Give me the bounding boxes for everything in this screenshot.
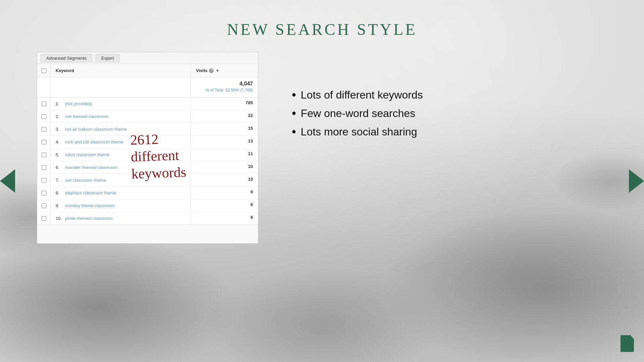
keyword-link[interactable]: elephant classroom theme	[65, 190, 116, 195]
row-checkbox-cell	[37, 136, 51, 148]
row-visits: 15	[191, 123, 258, 135]
keyword-link[interactable]: owl classroom theme	[65, 178, 106, 183]
table-row: 1. (not provided) 785	[37, 98, 258, 110]
row-checkbox-cell	[37, 110, 51, 123]
row-checkbox[interactable]	[42, 203, 46, 208]
row-checkbox[interactable]	[42, 102, 46, 106]
summary-stats-cell: 4,047 % of Total: 52.50% (7,768)	[191, 77, 258, 97]
row-keyword-cell: 1. (not provided)	[51, 98, 191, 110]
row-visits: 10	[191, 174, 258, 186]
row-number: 1.	[56, 101, 62, 106]
row-checkbox-cell	[37, 148, 51, 161]
visits-label: Visits	[196, 68, 207, 73]
row-visits: 9	[191, 212, 258, 225]
summary-row: 4,047 % of Total: 52.50% (7,768)	[37, 77, 258, 98]
main-layout: Advanced Segments Export Keyword Visits …	[0, 49, 644, 244]
sort-icon[interactable]: ▼	[215, 68, 219, 73]
row-visits: 9	[191, 199, 258, 212]
keyword-link[interactable]: hot air balloon classroom theme	[65, 127, 127, 132]
keyword-link[interactable]: owl themed classroom	[65, 114, 108, 119]
bullet-section: Lots of different keywordsFew one-word s…	[272, 49, 624, 144]
row-keyword-cell: 2. owl themed classroom	[51, 110, 191, 123]
bullet-list: Lots of different keywordsFew one-word s…	[292, 89, 624, 138]
row-checkbox-cell	[37, 187, 51, 199]
visits-info-icon[interactable]: ?	[209, 68, 214, 73]
row-keyword-cell: 10. pirate themed classroom	[51, 212, 191, 225]
row-number: 6.	[56, 165, 62, 170]
table-row: 5. robot classroom theme 11	[37, 148, 258, 161]
row-number: 8.	[56, 190, 62, 195]
keyword-link[interactable]: pirate themed classroom	[65, 216, 113, 221]
keyword-column-header: Keyword	[51, 64, 191, 77]
row-visits: 11	[191, 148, 258, 161]
document-icon-corner	[631, 335, 634, 339]
table-row: 6. monster themed classroom 10	[37, 161, 258, 174]
pct-total: (7,768)	[240, 88, 253, 93]
row-visits: 10	[191, 161, 258, 174]
row-checkbox[interactable]	[42, 178, 46, 183]
row-keyword-cell: 7. owl classroom theme	[51, 174, 191, 186]
row-checkbox[interactable]	[42, 140, 46, 144]
row-keyword-cell: 3. hot air balloon classroom theme	[51, 123, 191, 135]
row-number: 10.	[56, 216, 62, 221]
row-number: 7.	[56, 178, 62, 183]
row-number: 5.	[56, 152, 62, 157]
table-row: 3. hot air balloon classroom theme 15	[37, 123, 258, 136]
page-content: NEW SEARCH STYLE Advanced Segments Expor…	[0, 0, 644, 362]
row-checkbox[interactable]	[42, 127, 46, 132]
header-checkbox-cell	[37, 64, 51, 77]
row-checkbox[interactable]	[42, 165, 46, 170]
row-visits: 13	[191, 136, 258, 148]
row-checkbox[interactable]	[42, 153, 46, 157]
bullet-item: Lots of different keywords	[292, 89, 624, 101]
row-checkbox[interactable]	[42, 216, 46, 221]
summary-total: 4,047	[196, 81, 253, 87]
export-button[interactable]: Export	[96, 54, 120, 62]
bullet-item: Few one-word searches	[292, 107, 624, 120]
table-row: 9. monkey theme classroom 9	[37, 199, 258, 212]
row-keyword-cell: 4. rock and roll classroom theme	[51, 136, 191, 148]
table-row: 7. owl classroom theme 10	[37, 174, 258, 187]
row-checkbox-cell	[37, 123, 51, 135]
row-keyword-cell: 5. robot classroom theme	[51, 148, 191, 161]
row-visits: 9	[191, 187, 258, 199]
summary-empty-cell	[51, 77, 191, 97]
row-visits: 785	[191, 98, 258, 110]
row-keyword-cell: 8. elephant classroom theme	[51, 187, 191, 199]
table-header: Keyword Visits ? ▼	[37, 64, 258, 77]
row-visits: 22	[191, 110, 258, 123]
keyword-link[interactable]: monster themed classroom	[65, 165, 118, 170]
row-number: 3.	[56, 127, 62, 132]
row-number: 2.	[56, 114, 62, 119]
row-checkbox[interactable]	[42, 114, 46, 119]
pct-label: % of Total: 52.50%	[206, 88, 239, 93]
advanced-segments-button[interactable]: Advanced Segments	[41, 54, 92, 62]
row-checkbox-cell	[37, 98, 51, 110]
page-title: NEW SEARCH STYLE	[0, 20, 644, 39]
row-keyword-cell: 6. monster themed classroom	[51, 161, 191, 174]
keyword-table: Advanced Segments Export Keyword Visits …	[37, 52, 258, 244]
summary-pct: % of Total: 52.50% (7,768)	[196, 88, 253, 93]
row-number: 9.	[56, 203, 62, 208]
row-checkbox[interactable]	[42, 191, 46, 195]
row-checkbox-cell	[37, 199, 51, 212]
row-number: 4.	[56, 139, 62, 144]
table-body: 1. (not provided) 785 2. owl themed clas…	[37, 98, 258, 225]
table-row: 2. owl themed classroom 22	[37, 110, 258, 123]
table-footer	[37, 225, 258, 243]
row-checkbox-cell	[37, 174, 51, 186]
table-row: 10. pirate themed classroom 9	[37, 212, 258, 225]
keyword-link[interactable]: rock and roll classroom theme	[65, 139, 123, 144]
row-keyword-cell: 9. monkey theme classroom	[51, 199, 191, 212]
keyword-link[interactable]: (not provided)	[65, 101, 92, 106]
keyword-link[interactable]: robot classroom theme	[65, 152, 109, 157]
visits-column-header: Visits ? ▼	[191, 64, 258, 77]
table-topbar: Advanced Segments Export	[37, 52, 258, 64]
summary-checkbox-cell	[37, 77, 51, 97]
keyword-link[interactable]: monkey theme classroom	[65, 203, 115, 208]
document-icon	[621, 335, 634, 352]
page-title-container: NEW SEARCH STYLE	[0, 0, 644, 39]
bullet-item: Lots more social sharing	[292, 126, 624, 138]
select-all-checkbox[interactable]	[42, 68, 46, 73]
row-checkbox-cell	[37, 212, 51, 225]
